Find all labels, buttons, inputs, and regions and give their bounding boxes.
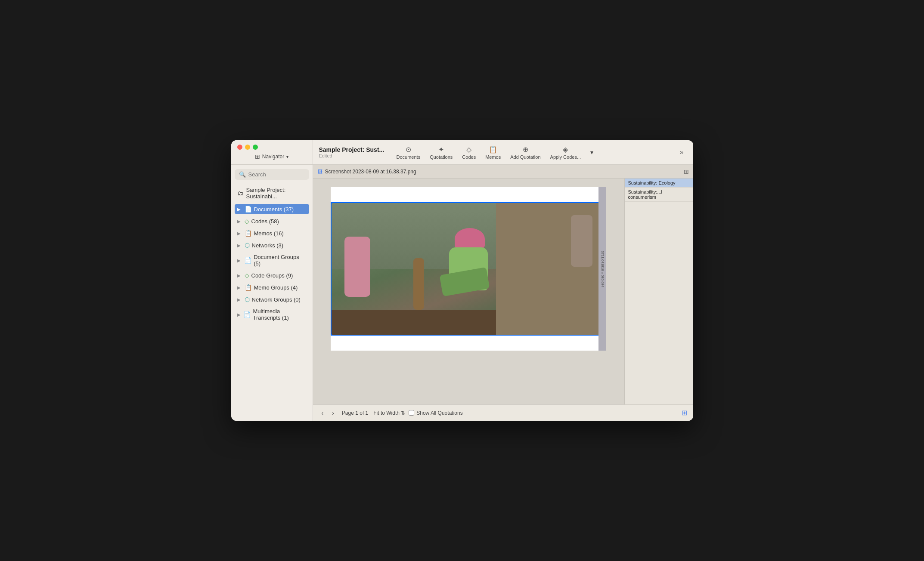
sidebar-item-networks[interactable]: ▶ ⬡ Networks (3) — [235, 240, 309, 250]
bg-person — [344, 237, 370, 297]
project-title: Sample Project: Sust... — [319, 146, 388, 153]
close-button[interactable] — [237, 145, 242, 150]
navigator-icon: ⊞ — [255, 153, 260, 160]
chevron-right-icon: ▶ — [237, 243, 242, 248]
networks-sidebar-icon: ⬡ — [245, 242, 250, 249]
quotation-label: Sustainability:...l consumerism — [628, 189, 662, 200]
doc-groups-sidebar-icon: 📄 — [244, 257, 251, 264]
memo-groups-sidebar-icon: 📋 — [245, 284, 252, 291]
chevron-right-icon: ▶ — [237, 285, 242, 290]
chevron-right-icon: ▶ — [237, 207, 242, 212]
sidebar-item-label: Memos (16) — [254, 230, 284, 237]
sidebar-header: ⊞ Navigator ▾ — [231, 140, 313, 164]
code-groups-sidebar-icon: ◇ — [245, 272, 249, 279]
fit-to-width-button[interactable]: Fit to Width ⇅ — [373, 410, 405, 416]
quotations-panel: Sustainability: Ecology Sustainability:.… — [624, 179, 693, 404]
log-shape — [413, 258, 424, 310]
toolbar-extend-button[interactable]: » — [676, 147, 687, 158]
sidebar-item-code-groups[interactable]: ▶ ◇ Code Groups (9) — [235, 270, 309, 280]
sidebar-item-memos[interactable]: ▶ 📋 Memos (16) — [235, 228, 309, 238]
sidebar-item-label: Documents (37) — [254, 206, 294, 213]
chevron-right-icon: ▶ — [237, 273, 242, 278]
sidebar-item-label: Code Groups (9) — [251, 272, 293, 279]
doc-tab-icon: 🖼 — [317, 169, 322, 175]
document-page: 3711,041816×585,684 — [331, 187, 606, 351]
sidebar-item-label: Networks (3) — [252, 242, 284, 249]
chevron-right-icon: ▶ — [237, 231, 242, 236]
navigator-label-area: ⊞ Navigator ▾ — [255, 153, 288, 160]
next-page-button[interactable]: › — [329, 409, 337, 417]
apply-codes-icon: ◈ — [563, 145, 568, 154]
sidebar-item-network-groups[interactable]: ▶ ⬡ Network Groups (0) — [235, 294, 309, 305]
add-quotation-icon: ⊕ — [523, 145, 528, 154]
dimension-label: 3711,041816×585,684 — [601, 251, 605, 287]
fit-to-width-label: Fit to Width ⇅ — [373, 410, 405, 416]
page-indicator: Page 1 of 1 — [342, 410, 368, 416]
quotations-icon: ✦ — [438, 145, 444, 154]
add-quotation-button[interactable]: ⊕ Add Quotation — [506, 144, 545, 161]
main-window: ⊞ Navigator ▾ Sample Project: Sust... Ed… — [231, 140, 693, 421]
documents-button[interactable]: ⊙ Documents — [392, 144, 425, 161]
chevron-right-icon: ▶ — [237, 258, 242, 263]
show-quotations-checkbox[interactable] — [409, 410, 414, 416]
quotations-button[interactable]: ✦ Quotations — [425, 144, 457, 161]
apply-codes-button[interactable]: ◈ Apply Codes... — [546, 144, 586, 161]
show-quotations-toggle[interactable]: Show All Quotations — [409, 410, 462, 416]
bg-person2 — [571, 215, 592, 267]
documents-icon: ⊙ — [406, 145, 411, 154]
sidebar-item-label: Document Groups (5) — [254, 254, 306, 267]
chevron-right-icon: ▶ — [237, 297, 242, 302]
maximize-button[interactable] — [253, 145, 258, 150]
toolbar-buttons: ⊙ Documents ✦ Quotations ◇ Codes 📋 Memos… — [392, 144, 672, 161]
network-groups-sidebar-icon: ⬡ — [245, 296, 250, 303]
chevron-down-icon: ▾ — [590, 149, 593, 156]
sidebar-item-label: Memo Groups (4) — [254, 284, 298, 291]
panel-toggle-icon[interactable]: ⊞ — [684, 168, 689, 175]
quotation-item-ecology[interactable]: Sustainability: Ecology — [625, 179, 693, 188]
sidebar-item-documents[interactable]: ▶ 📄 Documents (37) — [235, 204, 309, 214]
toolbar-area: Sample Project: Sust... Edited ⊙ Documen… — [313, 140, 693, 164]
document-scroll-area[interactable]: 3711,041816×585,684 — [313, 179, 624, 404]
sidebar-item-multimedia[interactable]: ▶ 📄 Multimedia Transcripts (1) — [235, 306, 309, 323]
document-tab-bar: 🖼 Screenshot 2023-08-09 at 16.38.37.png … — [313, 165, 693, 179]
sidebar-item-memo-groups[interactable]: ▶ 📋 Memo Groups (4) — [235, 282, 309, 293]
sidebar-item-document-groups[interactable]: ▶ 📄 Document Groups (5) — [235, 252, 309, 268]
view-mode-icon[interactable]: ⊞ — [682, 409, 687, 417]
codes-button[interactable]: ◇ Codes — [458, 144, 480, 161]
search-box[interactable]: 🔍 — [235, 169, 309, 180]
sidebar-item-label: Network Groups (0) — [252, 296, 301, 303]
sidebar-item-label: Multimedia Transcripts (1) — [253, 308, 306, 321]
project-status: Edited — [319, 153, 388, 158]
memos-sidebar-icon: 📋 — [245, 230, 252, 237]
quotation-item-consumerism[interactable]: Sustainability:...l consumerism — [625, 188, 693, 202]
documents-sidebar-icon: 📄 — [245, 206, 252, 213]
search-input[interactable] — [248, 171, 305, 178]
show-quotations-label: Show All Quotations — [416, 410, 462, 416]
bottom-bar: ‹ › Page 1 of 1 Fit to Width ⇅ Show All … — [313, 404, 693, 421]
document-tab-name: Screenshot 2023-08-09 at 16.38.37.png — [325, 169, 416, 175]
project-icon: 🗂 — [237, 190, 243, 197]
sidebar-project-item[interactable]: 🗂 Sample Project: Sustainabi... — [235, 185, 309, 201]
dimension-bar: 3711,041816×585,684 — [598, 187, 606, 351]
memos-button[interactable]: 📋 Memos — [481, 144, 505, 161]
navigator-text: Navigator — [262, 154, 284, 160]
search-icon: 🔍 — [239, 171, 246, 178]
document-image — [331, 202, 606, 336]
arms-shape — [439, 267, 490, 296]
quotation-label: Sustainability: Ecology — [628, 180, 676, 185]
chevron-right-icon: ▶ — [237, 312, 242, 317]
prev-page-button[interactable]: ‹ — [319, 409, 326, 417]
main-content: 🔍 🗂 Sample Project: Sustainabi... ▶ 📄 Do… — [231, 165, 693, 421]
document-content: 3711,041816×585,684 Sustainability: Ecol… — [313, 179, 693, 404]
sidebar-project-label: Sample Project: Sustainabi... — [246, 187, 307, 200]
more-options-button[interactable]: ▾ — [586, 147, 598, 157]
minimize-button[interactable] — [245, 145, 250, 150]
sidebar-item-codes[interactable]: ▶ ◇ Codes (58) — [235, 216, 309, 226]
traffic-lights — [237, 145, 258, 150]
titlebar: ⊞ Navigator ▾ Sample Project: Sust... Ed… — [231, 140, 693, 165]
codes-sidebar-icon: ◇ — [245, 218, 249, 225]
chevron-right-icon: ▶ — [237, 219, 242, 224]
project-title-area: Sample Project: Sust... Edited — [319, 146, 388, 158]
sidebar: 🔍 🗂 Sample Project: Sustainabi... ▶ 📄 Do… — [231, 165, 313, 421]
document-area: 🖼 Screenshot 2023-08-09 at 16.38.37.png … — [313, 165, 693, 421]
